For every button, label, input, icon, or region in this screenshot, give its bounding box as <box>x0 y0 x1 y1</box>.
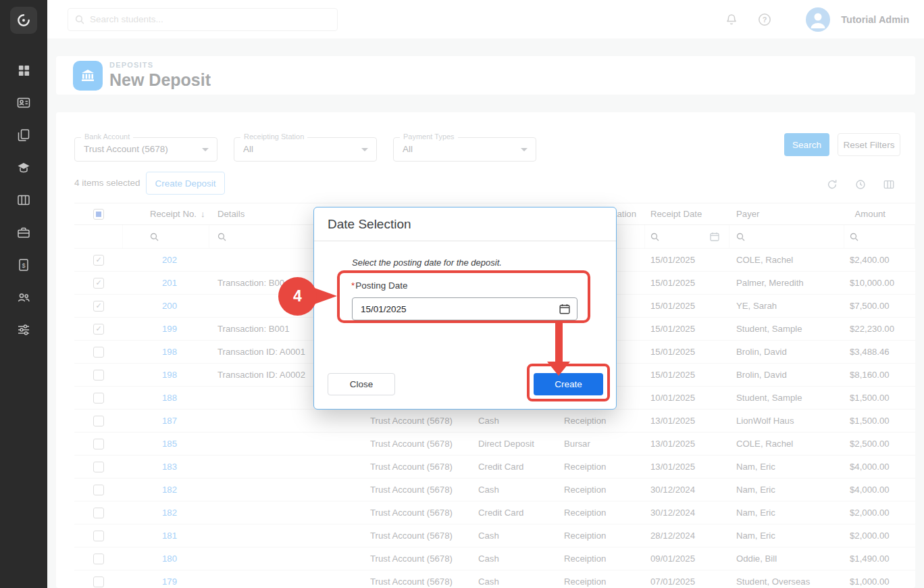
table-icon <box>17 193 30 207</box>
sidebar-item-documents[interactable] <box>0 119 47 151</box>
annotation-step-badge: 4 <box>278 277 317 316</box>
sidebar: $ <box>0 0 47 588</box>
documents-icon <box>17 128 30 142</box>
sliders-icon <box>17 323 30 337</box>
close-button[interactable]: Close <box>328 373 395 395</box>
annotation-arrow-head <box>547 362 570 376</box>
svg-text:$: $ <box>22 262 25 269</box>
sidebar-item-settings[interactable] <box>0 314 47 346</box>
annotation-arrow-stem <box>555 322 563 363</box>
sidebar-item-briefcase[interactable] <box>0 216 47 249</box>
sidebar-item-table[interactable] <box>0 184 47 216</box>
sidebar-item-dashboard[interactable] <box>0 54 47 87</box>
sidebar-item-billing[interactable]: $ <box>0 249 47 281</box>
annotation-box-posting-date <box>337 270 590 323</box>
app-logo[interactable] <box>0 0 47 41</box>
sidebar-item-people[interactable] <box>0 281 47 314</box>
sidebar-item-contacts[interactable] <box>0 87 47 119</box>
sidebar-item-education[interactable] <box>0 151 47 184</box>
people-icon <box>17 291 30 304</box>
modal-title: Date Selection <box>328 217 411 232</box>
briefcase-icon <box>17 226 30 239</box>
education-icon <box>17 161 30 174</box>
contacts-icon <box>17 96 30 109</box>
dashboard-icon <box>18 64 30 77</box>
modal-instruction: Select the posting date for the deposit. <box>352 258 502 268</box>
billing-icon: $ <box>17 258 30 272</box>
